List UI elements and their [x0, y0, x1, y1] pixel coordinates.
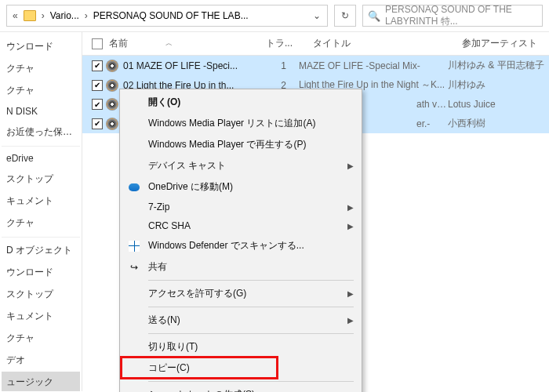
crumb-current[interactable]: PERSONAQ SOUND OF THE LAB... [90, 9, 252, 23]
menu-create-shortcut[interactable]: ショートカットの作成(S) [122, 384, 360, 392]
search-placeholder: PERSONAQ SOUND OF THE LABYRINTH 特... [385, 4, 537, 28]
menu-divider [148, 333, 354, 334]
sidebar-item[interactable]: キュメント [2, 306, 80, 327]
row-checkbox[interactable]: ✔ [92, 118, 103, 129]
menu-divider [148, 381, 354, 382]
sidebar-item-selected[interactable]: ュージック [2, 372, 80, 391]
col-artist[interactable]: 参加アーティスト [462, 37, 549, 50]
sidebar-item[interactable]: クチャ [2, 328, 80, 349]
sidebar-item[interactable]: クチャ [2, 58, 80, 79]
sidebar-item[interactable]: ウンロード [2, 262, 80, 283]
onedrive-icon [128, 181, 140, 194]
row-checkbox[interactable]: ✔ [92, 60, 103, 71]
defender-icon [128, 240, 140, 252]
menu-divider [148, 280, 354, 281]
menu-send-to[interactable]: 送る(N)▶ [122, 310, 360, 331]
artist-cell: Lotus Juice [448, 99, 549, 110]
chevron-right-icon: ▶ [347, 203, 354, 212]
artist-cell: 川村ゆみ [448, 78, 549, 92]
select-all-checkbox[interactable] [92, 38, 103, 49]
sidebar: ウンロード クチャ クチャ N DISK お近使った保存先 eDrive スクト… [0, 32, 82, 391]
folder-icon [24, 10, 36, 21]
audio-file-icon [106, 98, 118, 111]
menu-defender[interactable]: Windows Defender でスキャンする... [122, 235, 360, 256]
sidebar-item[interactable]: N DISK [2, 102, 80, 121]
crumb-parent[interactable]: Vario... [47, 9, 82, 23]
file-list: 名前︿ トラ... タイトル 参加アーティスト ✔ 01 MAZE OF LIF… [82, 32, 549, 391]
sidebar-item[interactable]: クチャ [2, 80, 80, 101]
column-headers: 名前︿ トラ... タイトル 参加アーティスト [82, 32, 549, 56]
address-bar: « › Vario... › PERSONAQ SOUND OF THE LAB… [0, 0, 549, 32]
chevron-right-icon: ▶ [347, 316, 354, 325]
menu-open[interactable]: 開く(O) [122, 92, 360, 113]
menu-device-cast[interactable]: デバイス キャスト▶ [122, 155, 360, 176]
artist-cell: 小西利樹 [448, 117, 549, 130]
menu-crc-sha[interactable]: CRC SHA▶ [122, 216, 360, 235]
audio-file-icon [106, 79, 118, 92]
artist-cell: 川村ゆみ & 平田志穂子 [448, 59, 549, 72]
audio-file-icon [106, 118, 118, 130]
breadcrumb[interactable]: « › Vario... › PERSONAQ SOUND OF THE LAB… [6, 5, 328, 27]
menu-wmp-play[interactable]: Windows Media Player で再生する(P) [122, 134, 360, 155]
refresh-button[interactable]: ↻ [334, 5, 356, 27]
search-input[interactable]: 🔍 PERSONAQ SOUND OF THE LABYRINTH 特... [362, 5, 543, 27]
row-checkbox[interactable]: ✔ [92, 99, 103, 110]
sidebar-item[interactable]: スクトップ [2, 169, 80, 190]
sidebar-item[interactable]: お近使った保存先 [2, 122, 80, 143]
sidebar-item[interactable]: キュメント [2, 191, 80, 212]
table-row[interactable]: ✔ 01 MAZE OF LIFE -Speci... 1 MAZE OF LI… [82, 56, 549, 75]
menu-onedrive[interactable]: OneDrive に移動(M) [122, 176, 360, 198]
file-name: 01 MAZE OF LIFE -Speci... [123, 60, 264, 71]
search-icon: 🔍 [368, 10, 380, 22]
sidebar-item[interactable]: D オブジェクト [2, 237, 80, 261]
menu-7zip[interactable]: 7-Zip▶ [122, 198, 360, 216]
context-menu: 開く(O) Windows Media Player リストに追加(A) Win… [119, 89, 362, 392]
share-icon: ↪ [128, 261, 140, 274]
chevron-right-icon: › [39, 10, 47, 21]
chevron-right-icon: ▶ [347, 222, 354, 230]
menu-wmp-add[interactable]: Windows Media Player リストに追加(A) [122, 113, 360, 134]
sidebar-item[interactable]: スクトップ [2, 284, 80, 305]
sidebar-item[interactable]: ウンロード [2, 36, 80, 57]
chevron-right-icon: ▶ [347, 162, 354, 170]
sidebar-item[interactable]: クチャ [2, 212, 80, 234]
menu-divider [148, 307, 354, 307]
menu-grant-access[interactable]: アクセスを許可する(G)▶ [122, 283, 360, 304]
chevron-down-icon[interactable]: ⌄ [310, 10, 324, 21]
menu-copy[interactable]: コピー(C) [122, 358, 360, 379]
chevron-right-icon: ▶ [347, 289, 354, 298]
track-number: 1 [264, 60, 299, 71]
chevron-right-icon: › [82, 10, 90, 21]
row-checkbox[interactable]: ✔ [92, 80, 103, 91]
menu-cut[interactable]: 切り取り(T) [122, 336, 360, 358]
col-track[interactable]: トラ... [266, 37, 313, 50]
chevron-left-icon: « [10, 10, 20, 21]
audio-file-icon [106, 60, 118, 72]
col-title[interactable]: タイトル [313, 37, 462, 50]
sort-indicator-icon: ︿ [165, 38, 173, 49]
col-name[interactable]: 名前 [109, 37, 128, 50]
menu-share[interactable]: ↪共有 [122, 256, 360, 278]
sidebar-item[interactable]: eDrive [2, 146, 80, 168]
title-cell: MAZE OF LIFE -Special Mix- [299, 60, 448, 71]
sidebar-item[interactable]: デオ [2, 350, 80, 371]
